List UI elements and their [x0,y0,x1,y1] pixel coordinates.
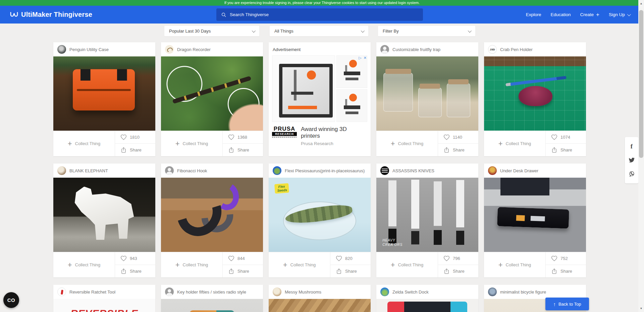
thing-title[interactable]: Flexi Plesiosaurus(print-in-placeiosauru… [285,168,365,173]
like-count: 796 [453,256,460,261]
thing-image[interactable] [484,56,586,131]
thing-image[interactable]: HEAVY CREA ORS [376,178,478,252]
collect-thing-button[interactable]: +Collect Thing [376,252,438,277]
filter-by-dropdown[interactable]: Filter By [378,26,475,36]
collect-thing-button[interactable]: +Collect Thing [484,252,545,277]
thing-image[interactable] [376,299,478,312]
thing-title[interactable]: Penguin Utility Case [69,47,109,52]
avatar[interactable] [488,287,497,296]
collect-thing-button[interactable]: +Collect Thing [269,252,330,277]
share-button[interactable]: Share [438,265,478,277]
share-button[interactable]: Share [223,265,263,277]
thing-image[interactable] [161,299,263,312]
like-button[interactable]: 844 [223,252,263,265]
thingiverse-page: If you are experiencing trouble signing … [0,0,644,312]
avatar[interactable] [273,287,281,296]
like-button[interactable]: 796 [438,252,478,265]
like-button[interactable]: 1368 [223,131,263,143]
thing-image[interactable] [269,299,371,312]
category-dropdown[interactable]: All Things [270,26,368,36]
ad-image-thumb[interactable] [336,55,367,88]
thing-title[interactable]: Crab Pen Holder [500,47,533,52]
nav-sign-up[interactable]: Sign Up [609,12,630,17]
nav-create[interactable]: Create+ [580,12,599,17]
like-button[interactable]: 1140 [438,131,478,143]
thing-image[interactable] [53,178,155,252]
collect-thing-button[interactable]: +Collect Thing [161,252,222,277]
avatar[interactable]: J3D [488,45,497,54]
thing-image[interactable] [484,178,586,252]
whatsapp-icon[interactable] [628,171,635,177]
thing-image[interactable] [53,56,155,131]
collect-thing-button[interactable]: +Collect Thing [161,131,222,156]
thing-title[interactable]: minimalist bicycle figure [500,289,546,295]
brand-home-link[interactable]: UltiMaker Thingiverse [10,6,92,24]
back-to-top-button[interactable]: ↑ Back to Top [545,298,589,310]
image-text: HEAVY CREA ORS [382,238,402,247]
thing-title[interactable]: Key holder fifties / sixties radio style [177,289,246,295]
thing-title[interactable]: Reversible Ratchet Tool [69,289,115,295]
avatar[interactable] [165,45,174,54]
share-button[interactable]: Share [223,143,263,156]
ad-image-thumb[interactable] [336,89,367,122]
sort-dropdown[interactable]: Popular Last 30 Days [164,26,259,36]
avatar[interactable] [57,45,66,54]
thing-title[interactable]: Customizable fruitfly trap [392,47,440,52]
collect-thing-button[interactable]: +Collect Thing [53,252,115,277]
search-bar[interactable] [216,8,423,21]
thing-image[interactable] [376,56,478,131]
share-button[interactable]: Share [546,143,586,156]
like-button[interactable]: 1810 [115,131,155,143]
like-count: 1810 [130,135,140,140]
avatar[interactable] [165,287,174,296]
thing-image[interactable]: REVERSIBLE [53,299,155,312]
share-button[interactable]: Share [330,265,371,277]
scrollbar-thumb[interactable] [639,10,643,158]
collect-thing-button[interactable]: +Collect Thing [376,131,438,156]
cookie-consent-button[interactable]: CO [3,292,19,308]
avatar[interactable] [380,166,389,175]
collect-thing-button[interactable]: +Collect Thing [484,131,545,156]
share-button[interactable]: Share [115,143,155,156]
avatar[interactable] [57,287,66,296]
like-button[interactable]: 820 [330,252,371,265]
ad-media[interactable]: ▷ ✕ [272,55,367,122]
adchoices-icon[interactable]: ▷ [359,56,361,60]
jar-shape [418,88,442,117]
facebook-icon[interactable]: f [628,143,635,150]
thing-card: BLANK ELEPHANT +Collect Thing 943 Share [53,164,155,277]
avatar[interactable] [165,166,174,175]
twitter-icon[interactable] [628,157,635,164]
ad-headline[interactable]: Award winning 3D printers [301,126,367,140]
share-button[interactable]: Share [438,143,478,156]
avatar[interactable] [273,166,281,175]
search-input[interactable] [230,12,418,17]
thing-title[interactable]: Zelda Switch Dock [392,289,429,295]
nav-explore[interactable]: Explore [526,12,541,17]
thing-title[interactable]: ASSASSINS KNIVES [392,168,434,173]
avatar[interactable] [488,166,497,175]
thing-image[interactable]: Flex Seeds [269,178,371,252]
collect-thing-button[interactable]: +Collect Thing [53,131,115,156]
scroll-up-arrow-icon[interactable]: ▲ [638,1,644,6]
ad-close-icon[interactable]: ✕ [364,56,367,60]
thing-title[interactable]: Messy Mushrooms [285,289,321,295]
thing-title[interactable]: Fibonacci Hook [177,168,207,173]
ad-image-main[interactable] [272,55,335,122]
share-button[interactable]: Share [115,265,155,277]
thing-image[interactable] [161,56,263,131]
scrollbar[interactable]: ▲ ▼ [638,0,644,312]
scroll-down-arrow-icon[interactable]: ▼ [638,306,644,311]
like-button[interactable]: 1074 [546,131,586,143]
avatar[interactable] [380,45,389,54]
avatar[interactable] [380,287,389,296]
like-button[interactable]: 943 [115,252,155,265]
like-button[interactable]: 752 [546,252,586,265]
avatar[interactable] [57,166,66,175]
thing-image[interactable] [161,178,263,252]
thing-title[interactable]: Under Desk Drawer [500,168,538,173]
thing-title[interactable]: BLANK ELEPHANT [69,168,108,173]
share-button[interactable]: Share [546,265,586,277]
nav-education[interactable]: Education [550,12,571,17]
thing-title[interactable]: Dragon Recorder [177,47,211,52]
